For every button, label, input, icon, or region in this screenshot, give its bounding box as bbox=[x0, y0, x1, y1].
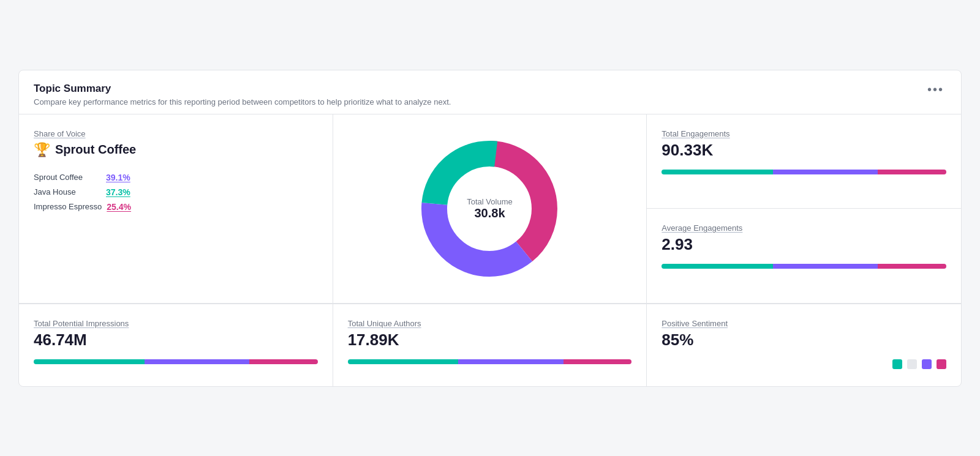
imp-bar-purple bbox=[145, 359, 250, 364]
winner-row: 🏆 Sprout Coffee bbox=[34, 142, 318, 158]
share-of-voice-label: Share of Voice bbox=[34, 129, 318, 138]
eng-bar-pink bbox=[878, 170, 946, 174]
page-title: Topic Summary bbox=[34, 83, 451, 95]
avg-bar-purple bbox=[773, 264, 878, 269]
eng-bar-teal bbox=[662, 170, 772, 174]
bottom-grid: Total Potential Impressions 46.74M Total… bbox=[19, 304, 961, 386]
more-options-button[interactable]: ••• bbox=[925, 83, 946, 97]
donut-label: Total Volume 30.8k bbox=[467, 197, 512, 220]
unique-authors-value: 17.89K bbox=[348, 331, 632, 349]
total-impressions-value: 46.74M bbox=[34, 331, 318, 349]
total-impressions-panel: Total Potential Impressions 46.74M bbox=[19, 304, 333, 386]
legend-dot-gray bbox=[907, 359, 917, 369]
breakdown-table: Sprout Coffee 39.1% Java House 37.3% Imp… bbox=[34, 173, 318, 212]
avg-bar-pink bbox=[878, 264, 946, 269]
avg-bar-teal bbox=[662, 264, 772, 269]
trophy-icon: 🏆 bbox=[34, 142, 50, 158]
total-engagements-bar bbox=[662, 170, 946, 174]
positive-sentiment-value: 85% bbox=[662, 331, 946, 349]
unique-authors-panel: Total Unique Authors 17.89K bbox=[333, 304, 647, 386]
brand-label-sprout: Sprout Coffee bbox=[34, 173, 101, 182]
donut-chart-panel: Total Volume 30.8k bbox=[333, 114, 647, 303]
eng-bar-purple bbox=[773, 170, 878, 174]
average-engagements-value: 2.93 bbox=[662, 235, 946, 254]
legend-dot-teal bbox=[892, 359, 902, 369]
unique-authors-bar bbox=[348, 359, 632, 364]
right-metrics-panel: Total Engagements 90.33K Average Engagem… bbox=[647, 114, 961, 303]
auth-bar-pink bbox=[564, 359, 631, 364]
donut-center-value: 30.8k bbox=[467, 206, 512, 220]
positive-sentiment-label: Positive Sentiment bbox=[662, 319, 946, 328]
unique-authors-label: Total Unique Authors bbox=[348, 319, 632, 328]
auth-bar-purple bbox=[458, 359, 564, 364]
total-engagements-panel: Total Engagements 90.33K bbox=[647, 114, 961, 209]
brand-value-impresso: 25.4% bbox=[107, 202, 131, 212]
share-of-voice-panel: Share of Voice 🏆 Sprout Coffee Sprout Co… bbox=[19, 114, 333, 303]
header-left: Topic Summary Compare key performance me… bbox=[34, 83, 451, 107]
average-engagements-bar bbox=[662, 264, 946, 269]
brand-label-impresso: Impresso Espresso bbox=[34, 202, 102, 211]
donut-chart: Total Volume 30.8k bbox=[410, 129, 569, 288]
auth-bar-teal bbox=[348, 359, 459, 364]
average-engagements-panel: Average Engagements 2.93 bbox=[647, 209, 961, 303]
average-engagements-label: Average Engagements bbox=[662, 223, 946, 233]
sentiment-legend bbox=[662, 359, 946, 369]
page-subtitle: Compare key performance metrics for this… bbox=[34, 97, 451, 107]
card-header: Topic Summary Compare key performance me… bbox=[19, 70, 961, 114]
positive-sentiment-panel: Positive Sentiment 85% bbox=[647, 304, 961, 386]
brand-row-impresso: Impresso Espresso 25.4% bbox=[34, 202, 318, 212]
brand-value-sprout: 39.1% bbox=[106, 173, 130, 182]
imp-bar-pink bbox=[249, 359, 317, 364]
total-engagements-value: 90.33K bbox=[662, 141, 946, 160]
imp-bar-teal bbox=[34, 359, 145, 364]
total-engagements-label: Total Engagements bbox=[662, 129, 946, 138]
topic-summary-card: Topic Summary Compare key performance me… bbox=[18, 70, 962, 387]
brand-label-java: Java House bbox=[34, 187, 101, 196]
winner-name: Sprout Coffee bbox=[55, 143, 136, 157]
legend-dot-pink bbox=[937, 359, 946, 369]
brand-value-java: 37.3% bbox=[106, 187, 130, 197]
brand-row-java: Java House 37.3% bbox=[34, 187, 318, 197]
total-impressions-label: Total Potential Impressions bbox=[34, 319, 318, 328]
main-grid: Share of Voice 🏆 Sprout Coffee Sprout Co… bbox=[19, 114, 961, 304]
donut-center-title: Total Volume bbox=[467, 197, 512, 206]
legend-dot-purple bbox=[922, 359, 932, 369]
brand-row-sprout: Sprout Coffee 39.1% bbox=[34, 173, 318, 182]
total-impressions-bar bbox=[34, 359, 318, 364]
